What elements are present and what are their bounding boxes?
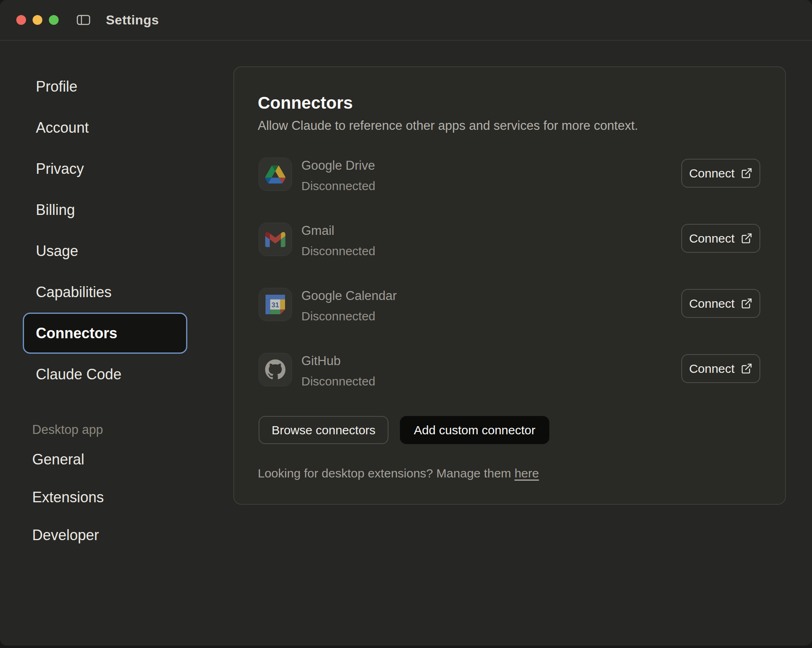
sidebar-item-privacy[interactable]: Privacy — [23, 148, 187, 189]
sidebar-toggle-icon[interactable] — [77, 15, 90, 25]
connect-button-label: Connect — [689, 232, 735, 245]
connectors-panel: Connectors Allow Claude to reference oth… — [233, 66, 786, 505]
external-link-icon — [741, 363, 753, 374]
page-title: Connectors — [258, 93, 353, 113]
calendar-day-label: 31 — [272, 301, 279, 309]
sidebar-item-usage[interactable]: Usage — [23, 230, 187, 271]
connector-row-github: GitHub Disconnected Connect — [259, 353, 760, 386]
minimize-icon[interactable] — [33, 15, 42, 25]
gmail-icon — [259, 223, 292, 256]
sidebar-item-profile[interactable]: Profile — [23, 66, 187, 107]
sidebar-item-extensions[interactable]: Extensions — [23, 478, 187, 516]
window-controls — [16, 15, 59, 25]
zoom-icon[interactable] — [49, 15, 59, 25]
sidebar-item-account[interactable]: Account — [23, 107, 187, 148]
sidebar-item-billing[interactable]: Billing — [23, 189, 187, 230]
connect-button-gmail[interactable]: Connect — [681, 224, 760, 253]
connector-name: Google Calendar — [301, 289, 397, 303]
connector-actions: Browse connectors Add custom connector — [259, 416, 549, 444]
sidebar-item-developer[interactable]: Developer — [23, 516, 187, 554]
window-title: Settings — [106, 13, 159, 28]
external-link-icon — [741, 167, 753, 179]
settings-window: Settings Profile Account Privacy Billing… — [0, 0, 812, 646]
connector-row-google-calendar: 31 Google Calendar Disconnected Connect — [259, 288, 760, 321]
connector-row-google-drive: Google Drive Disconnected Connect — [259, 158, 760, 191]
connect-button-github[interactable]: Connect — [681, 354, 760, 383]
external-link-icon — [741, 298, 753, 309]
connector-name: Gmail — [301, 223, 334, 238]
close-icon[interactable] — [16, 15, 26, 25]
settings-sidebar: Profile Account Privacy Billing Usage Ca… — [23, 66, 187, 554]
connect-button-label: Connect — [689, 362, 735, 376]
connector-status: Disconnected — [301, 309, 375, 323]
desktop-extensions-note: Looking for desktop extensions? Manage t… — [258, 466, 539, 480]
sidebar-section-desktop-app: Desktop app — [23, 419, 187, 440]
connect-button-google-drive[interactable]: Connect — [681, 159, 760, 188]
browse-connectors-button[interactable]: Browse connectors — [259, 416, 388, 444]
connector-status: Disconnected — [301, 179, 375, 193]
page-description: Allow Claude to reference other apps and… — [258, 118, 638, 133]
sidebar-item-general[interactable]: General — [23, 440, 187, 478]
connector-name: GitHub — [301, 354, 340, 368]
sidebar-item-capabilities[interactable]: Capabilities — [23, 271, 187, 313]
github-icon — [259, 353, 292, 386]
connector-status: Disconnected — [301, 374, 375, 388]
add-custom-connector-button[interactable]: Add custom connector — [400, 416, 549, 444]
sidebar-item-claude-code[interactable]: Claude Code — [23, 354, 187, 395]
connect-button-google-calendar[interactable]: Connect — [681, 289, 760, 318]
connector-name: Google Drive — [301, 158, 375, 173]
titlebar: Settings — [0, 0, 812, 41]
connector-status: Disconnected — [301, 244, 375, 258]
external-link-icon — [741, 232, 753, 244]
note-text: Looking for desktop extensions? Manage t… — [258, 466, 514, 480]
manage-extensions-link[interactable]: here — [514, 466, 539, 480]
connect-button-label: Connect — [689, 297, 735, 311]
sidebar-item-connectors[interactable]: Connectors — [23, 313, 187, 354]
google-calendar-icon: 31 — [259, 288, 292, 321]
connector-row-gmail: Gmail Disconnected Connect — [259, 223, 760, 256]
google-drive-icon — [259, 158, 292, 191]
connect-button-label: Connect — [689, 166, 735, 180]
